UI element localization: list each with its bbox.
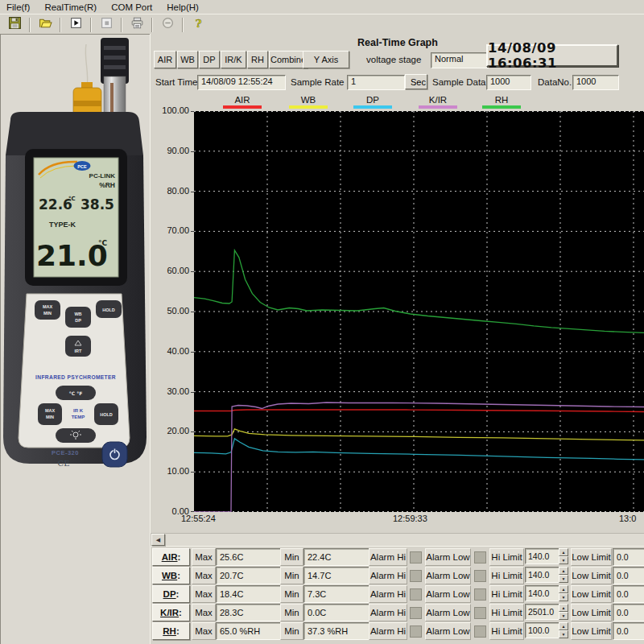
y-tick-mark (191, 352, 194, 353)
table-row-k-ir: K/IR : Max 28.3C Min 0.0C Alarm Hi Alarm… (151, 604, 644, 621)
spinner-buttons[interactable]: ▲ ▼ (559, 585, 568, 601)
channel-button-ir-k[interactable]: IR/K (221, 51, 246, 68)
legend-item-dp: DP (349, 95, 397, 109)
hi-limit-value[interactable]: 140.0 (525, 567, 560, 583)
start-button[interactable] (64, 16, 87, 33)
menu-item-file-f-[interactable]: File(f) (6, 2, 30, 12)
series-dp (194, 439, 644, 460)
disconnect-icon (161, 16, 175, 33)
channel-button-air[interactable]: AIR (154, 51, 176, 68)
low-limit-field[interactable]: 0.0 (613, 548, 644, 566)
param-button[interactable]: WB : (152, 567, 190, 584)
low-limit-field[interactable]: 0.0 (613, 604, 644, 621)
spinner-up-icon[interactable]: ▲ (559, 622, 568, 630)
start-time-field[interactable]: 14/08/09 12:55:24 (197, 75, 286, 90)
spinner-buttons[interactable]: ▲ ▼ (559, 622, 568, 638)
sample-rate-field[interactable]: 1 (347, 75, 405, 90)
legend-label: DP (349, 95, 397, 105)
alarm-hi-indicator (410, 551, 422, 564)
hi-limit-value[interactable]: 2501.0 (525, 604, 560, 620)
hi-limit-value[interactable]: 140.0 (525, 548, 560, 564)
param-button[interactable]: DP : (152, 585, 190, 603)
svg-text:MIN: MIN (46, 415, 54, 419)
scrollbar-left-arrow[interactable]: ◀ (151, 534, 165, 546)
stop-button[interactable] (95, 16, 118, 33)
hi-limit-value[interactable]: 100.0 (525, 622, 560, 638)
spinner-up-icon[interactable]: ▲ (559, 567, 568, 575)
spinner-down-icon[interactable]: ▼ (559, 593, 568, 601)
realtime-graph-panel: Real-Time Graph AIRWBDPIR/KRHCombine Y A… (150, 34, 644, 644)
y-tick-mark (191, 111, 194, 112)
svg-text:DP: DP (75, 318, 81, 323)
spinner-down-icon[interactable]: ▼ (559, 575, 568, 583)
spinner-buttons[interactable]: ▲ ▼ (559, 567, 568, 583)
voltage-stage-label: voltage stage (366, 55, 421, 64)
data-no-label: DataNo. (538, 77, 572, 87)
series-air (194, 410, 644, 412)
toolbar: ? (0, 14, 644, 35)
horizontal-scrollbar[interactable]: ◀ (151, 533, 644, 547)
min-label: Min (280, 585, 303, 603)
low-limit-field[interactable]: 0.0 (613, 622, 644, 640)
menu-item-help-h-[interactable]: Help(H) (167, 2, 199, 12)
alarm-hi-label: Alarm Hi (369, 585, 407, 603)
legend-item-wb: WB (284, 95, 332, 109)
y-axis-button[interactable]: Y Axis (303, 51, 349, 68)
param-button[interactable]: K/IR : (152, 604, 190, 621)
legend-label: WB (284, 95, 332, 105)
disconnect-button[interactable] (156, 16, 179, 33)
save-icon (8, 16, 22, 33)
open-button[interactable] (34, 16, 56, 33)
menu-item-realtime-r-[interactable]: RealTime(R) (44, 2, 97, 12)
channel-readout-table: AIR : Max 25.6C Min 22.4C Alarm Hi Alarm… (151, 548, 644, 641)
low-limit-field[interactable]: 0.0 (613, 567, 644, 584)
param-button[interactable]: RH : (152, 622, 190, 640)
voltage-stage-field[interactable]: Normal (431, 52, 489, 68)
spinner-up-icon[interactable]: ▲ (559, 548, 568, 556)
hi-limit-spinner[interactable]: 100.0 ▲ ▼ (525, 622, 568, 638)
alarm-low-label: Alarm Low (425, 567, 471, 584)
sec-button[interactable]: Sec (405, 74, 427, 89)
alarm-low-label: Alarm Low (425, 604, 471, 621)
sample-rate-label: Sample Rate (291, 77, 344, 87)
pce-logo-text: PCE (77, 164, 87, 169)
help-button[interactable]: ? (187, 16, 209, 33)
spinner-buttons[interactable]: ▲ ▼ (559, 548, 568, 564)
thermocouple-wire (85, 44, 88, 88)
channel-button-rh[interactable]: RH (247, 51, 268, 68)
hi-limit-spinner[interactable]: 2501.0 ▲ ▼ (525, 604, 568, 620)
legend-item-air: AIR (218, 95, 266, 109)
lcd-type-label: TYPE-K (49, 221, 76, 229)
legend-item-rh: RH (477, 95, 526, 109)
print-icon (130, 16, 144, 33)
alarm-hi-indicator (410, 625, 422, 638)
sample-data-field[interactable]: 1000 (486, 75, 531, 90)
svg-text:TEMP: TEMP (72, 415, 85, 419)
print-button[interactable] (126, 16, 148, 33)
spinner-down-icon[interactable]: ▼ (559, 556, 568, 564)
channel-button-combine[interactable]: Combine (269, 51, 308, 68)
hi-limit-value[interactable]: 140.0 (525, 585, 560, 601)
legend-label: RH (477, 95, 526, 105)
min-label: Min (280, 548, 303, 566)
max-label: Max (192, 622, 216, 640)
hi-limit-spinner[interactable]: 140.0 ▲ ▼ (525, 548, 568, 564)
spinner-up-icon[interactable]: ▲ (559, 604, 568, 612)
max-value-field: 28.3C (216, 604, 282, 621)
channel-button-wb[interactable]: WB (177, 51, 198, 68)
hi-limit-spinner[interactable]: 140.0 ▲ ▼ (525, 567, 568, 583)
param-button[interactable]: AIR : (152, 548, 190, 566)
menu-item-com-port[interactable]: COM Port (111, 2, 152, 12)
low-limit-label: Low Limit (571, 548, 612, 566)
spinner-up-icon[interactable]: ▲ (559, 585, 568, 593)
spinner-buttons[interactable]: ▲ ▼ (559, 604, 568, 620)
spinner-down-icon[interactable]: ▼ (559, 612, 568, 620)
save-button[interactable] (3, 16, 26, 33)
data-no-field[interactable]: 1000 (572, 75, 619, 90)
spinner-down-icon[interactable]: ▼ (559, 630, 568, 638)
low-limit-field[interactable]: 0.0 (613, 585, 644, 603)
channel-button-dp[interactable]: DP (199, 51, 220, 68)
low-limit-label: Low Limit (571, 604, 612, 621)
hi-limit-spinner[interactable]: 140.0 ▲ ▼ (525, 585, 568, 601)
y-tick-label: 10.00 (150, 466, 189, 476)
